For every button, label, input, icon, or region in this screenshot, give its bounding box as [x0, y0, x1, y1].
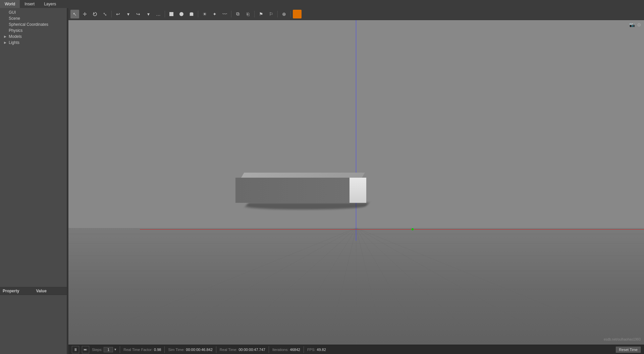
- sidebar-item-gui[interactable]: GUI: [0, 9, 67, 15]
- value-col-header: Value: [34, 288, 67, 294]
- sidebar-item-models-label: Models: [9, 34, 22, 39]
- ground-plane: [68, 228, 644, 345]
- flag2-button[interactable]: ⚐: [267, 10, 275, 18]
- steps-arrow[interactable]: ▾: [114, 347, 116, 352]
- properties-header: Property Value: [0, 287, 67, 295]
- toolbar-sep-2: [165, 11, 165, 17]
- cylinder-tool-button[interactable]: [187, 10, 196, 18]
- sun-button[interactable]: ☀: [200, 10, 209, 18]
- svg-line-14: [285, 228, 356, 345]
- arrow-lights: ▶: [4, 41, 7, 44]
- svg-point-1: [179, 12, 183, 16]
- grid-svg: [68, 228, 644, 345]
- flag1-button[interactable]: ⚑: [257, 10, 265, 18]
- sidebar-item-scene-label: Scene: [9, 16, 20, 21]
- link-button[interactable]: ⊕: [280, 10, 288, 18]
- status-sep-5: [304, 346, 304, 353]
- status-sep-1: [120, 346, 120, 353]
- pause-button[interactable]: ⏸: [72, 346, 79, 353]
- toolbar-sep-1: [111, 11, 112, 17]
- real-time-factor-label: Real Time Factor:: [123, 348, 153, 352]
- scale-tool-button[interactable]: ⤡: [101, 10, 109, 18]
- iterations-label: Iterations:: [272, 348, 288, 352]
- sidebar-item-spherical-label: Spherical Coordinates: [9, 22, 48, 27]
- move-tool-button[interactable]: ✛: [80, 10, 89, 18]
- steps-label: Steps:: [92, 348, 102, 352]
- status-bar: ⏸ ⏭ Steps: ▾ Real Time Factor: 0.98 Sim …: [68, 345, 644, 354]
- undo-button[interactable]: ↩: [114, 10, 122, 18]
- redo-button[interactable]: ↪: [134, 10, 143, 18]
- more-button-1[interactable]: …: [154, 10, 163, 18]
- paste-button[interactable]: ⎗: [244, 10, 252, 18]
- copy-button[interactable]: ⧉: [233, 10, 242, 18]
- select-tool-button[interactable]: ↖: [70, 10, 79, 18]
- svg-line-17: [356, 228, 384, 345]
- box-right-face: [350, 178, 366, 203]
- svg-rect-0: [169, 12, 173, 16]
- sidebar-item-lights-label: Lights: [9, 40, 19, 45]
- menu-bar: World Insert Layers: [0, 0, 644, 8]
- menu-tab-layers[interactable]: Layers: [39, 0, 61, 8]
- camera-icon[interactable]: 📷: [629, 22, 635, 27]
- sphere-tool-button[interactable]: [177, 10, 186, 18]
- box-front-face: [235, 178, 350, 203]
- main-layout: GUI Scene Spherical Coordinates Physics …: [0, 8, 644, 354]
- menu-tab-world[interactable]: World: [0, 0, 20, 8]
- sidebar-item-lights[interactable]: ▶ Lights: [0, 40, 67, 46]
- toolbar: ↖ ✛ ⤡ ↩ ▾ ↪ ▾ …: [68, 8, 644, 20]
- viewport[interactable]: 📷 ⚙ esdb.net/oulhaohao1993: [68, 20, 644, 345]
- status-sep-3: [216, 346, 216, 353]
- steps-input[interactable]: [104, 347, 113, 352]
- sidebar-item-models[interactable]: ▶ Models: [0, 34, 67, 40]
- iterations-value: 46842: [290, 348, 300, 352]
- arrow-models: ▶: [4, 35, 7, 38]
- toolbar-sep-4: [231, 11, 231, 17]
- steps-item: Steps: ▾: [92, 347, 116, 352]
- real-time-item: Real Time: 00:00:00:47.747: [220, 348, 265, 352]
- box-tool-button[interactable]: [167, 10, 176, 18]
- toolbar-sep-6: [277, 11, 278, 17]
- svg-line-18: [356, 228, 423, 345]
- redo-dropdown-button[interactable]: ▾: [144, 10, 153, 18]
- svg-line-15: [329, 228, 356, 345]
- wave-button[interactable]: 〰: [220, 10, 229, 18]
- svg-line-19: [356, 228, 482, 345]
- iterations-item: Iterations: 46842: [272, 348, 300, 352]
- toolbar-sep-3: [198, 11, 198, 17]
- real-time-factor-value: 0.98: [154, 348, 161, 352]
- svg-line-12: [147, 228, 356, 345]
- settings-icon[interactable]: ⚙: [637, 22, 641, 27]
- toolbar-sep-7: [290, 11, 291, 17]
- sidebar-item-physics[interactable]: Physics: [0, 27, 67, 34]
- properties-panel: Property Value: [0, 287, 67, 354]
- svg-line-13: [226, 228, 356, 345]
- sidebar: GUI Scene Spherical Coordinates Physics …: [0, 8, 67, 354]
- sidebar-item-gui-label: GUI: [9, 10, 16, 15]
- sim-time-label: Sim Time:: [168, 348, 184, 352]
- fps-item: FPS: 49.82: [307, 348, 326, 352]
- orange-box-button[interactable]: [293, 10, 302, 18]
- svg-point-3: [190, 12, 193, 14]
- menu-tab-insert[interactable]: Insert: [20, 0, 39, 8]
- real-time-factor-item: Real Time Factor: 0.98: [123, 348, 161, 352]
- rotate-tool-button[interactable]: [91, 10, 99, 18]
- step-forward-button[interactable]: ⏭: [82, 346, 89, 353]
- toolbar-sep-5: [254, 11, 255, 17]
- viewport-icons: 📷 ⚙: [629, 22, 641, 27]
- sidebar-item-scene[interactable]: Scene: [0, 15, 67, 21]
- sparkle-button[interactable]: ✦: [210, 10, 219, 18]
- reset-time-button[interactable]: Reset Time: [616, 347, 641, 353]
- right-section: ↖ ✛ ⤡ ↩ ▾ ↪ ▾ …: [68, 8, 644, 354]
- red-axis-line: [140, 229, 644, 230]
- sim-time-value: 00:00:00:46.842: [186, 348, 213, 352]
- undo-dropdown-button[interactable]: ▾: [124, 10, 132, 18]
- svg-line-11: [68, 228, 356, 345]
- property-col-header: Property: [0, 288, 34, 294]
- status-sep-4: [269, 346, 269, 353]
- svg-line-21: [356, 228, 644, 345]
- 3d-box-object[interactable]: [235, 173, 363, 206]
- sidebar-item-physics-label: Physics: [9, 28, 22, 33]
- svg-line-20: [356, 228, 561, 345]
- sidebar-item-spherical-coordinates[interactable]: Spherical Coordinates: [0, 21, 67, 27]
- fps-label: FPS:: [307, 348, 315, 352]
